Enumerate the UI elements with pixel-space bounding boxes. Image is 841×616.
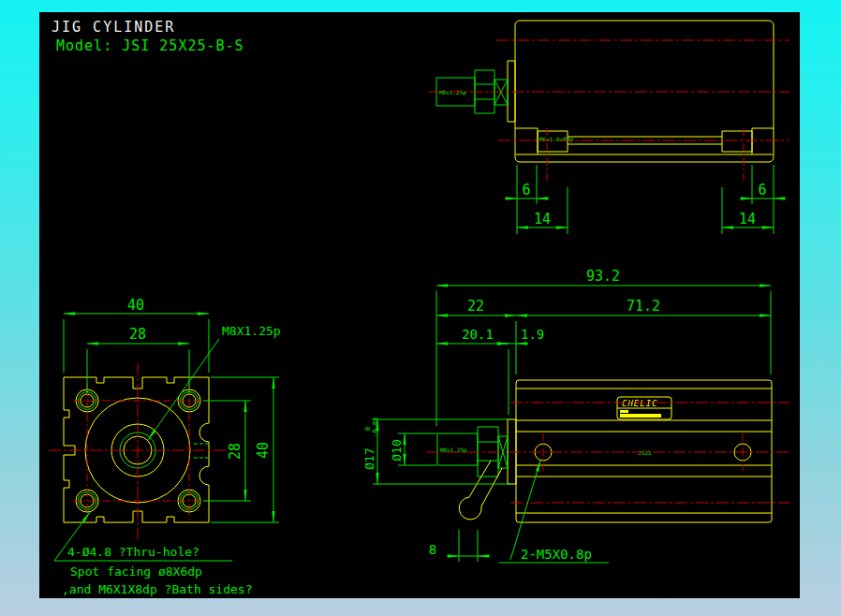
cad-drawing-canvas: JIG CYLINDER Model: JSI 25X25-B-S M8x1.2…: [39, 12, 800, 598]
front-view-note-line3: ,and M6X1X8dp ?Bath sides?: [62, 582, 253, 596]
side-view-nameplate: CHELIC: [617, 397, 671, 419]
side-view: M8x1.25p CHELIC JS25 93.2 22 71.2 20.1 1…: [362, 268, 789, 563]
side-view-dim-collar: 1.9: [521, 327, 544, 342]
side-view-port-label: 2-M5X0.8p: [521, 547, 592, 562]
top-view-rod-thread-label: M8x1.25p: [439, 89, 466, 96]
front-view-dim-bolt-h: 28: [129, 326, 146, 343]
side-view-dim-body: 71.2: [627, 298, 660, 315]
front-view-dim-bolt-v: 28: [227, 443, 243, 460]
side-view-dim-tol-upper: 0: [364, 427, 372, 431]
nameplate-fineprint-1: [620, 410, 628, 413]
front-view: 40 28 28 40 M8X1.25p 4-Ø4.8 ?Thru-hole? …: [49, 297, 281, 596]
top-view-dim6-left: 6: [522, 182, 530, 198]
side-view-dim-extension: 22: [467, 298, 484, 315]
top-view-dim14-right: 14: [739, 211, 756, 227]
front-view-note-line1: 4-Ø4.8 ?Thru-hole?: [67, 545, 199, 559]
side-view-rod-thread-label: M8x1.25p: [440, 447, 467, 454]
side-view-extension-lines: [373, 291, 771, 562]
side-view-centerlines: [426, 403, 789, 503]
cad-drawing: JIG CYLINDER Model: JSI 25X25-B-S M8x1.2…: [39, 12, 800, 598]
nameplate-brand: CHELIC: [622, 399, 658, 408]
front-view-centerlines: [49, 363, 228, 539]
side-view-dim-wrench-flat: 8: [429, 542, 436, 557]
top-view: M8x1.25p M6x1.0x8dp 6 14 6 14: [429, 21, 789, 234]
side-view-dim-flange-dia: Ø17: [362, 447, 376, 469]
model-label: Model: JSI 25X25-B-S: [56, 37, 244, 54]
front-view-note-line2: Spot facing ø8X6dp: [70, 565, 202, 579]
top-view-slot-thread-label: M6x1.0x8dp: [539, 136, 574, 143]
front-view-dim-width: 40: [127, 297, 144, 314]
top-view-dim14-left: 14: [534, 211, 551, 227]
side-view-dim-tol-lower: -0.05: [372, 417, 379, 436]
front-view-dim-height: 40: [255, 442, 272, 459]
nameplate-fineprint-2: [620, 414, 661, 418]
front-view-thread-label: M8X1.25p: [222, 324, 281, 338]
side-view-dim-rod-dia: Ø10: [390, 439, 404, 461]
top-view-centerlines: [429, 40, 789, 140]
side-view-dim-overall: 93.2: [586, 268, 620, 285]
top-view-dim6-right: 6: [758, 182, 766, 198]
side-view-wrench: [459, 461, 502, 520]
side-view-port-leader: [510, 461, 540, 560]
top-view-extension-lines: [517, 165, 774, 234]
drawing-title: JIG CYLINDER: [52, 19, 175, 36]
front-view-extension-lines: [64, 319, 279, 522]
side-view-dim-rod: 20.1: [462, 327, 494, 342]
